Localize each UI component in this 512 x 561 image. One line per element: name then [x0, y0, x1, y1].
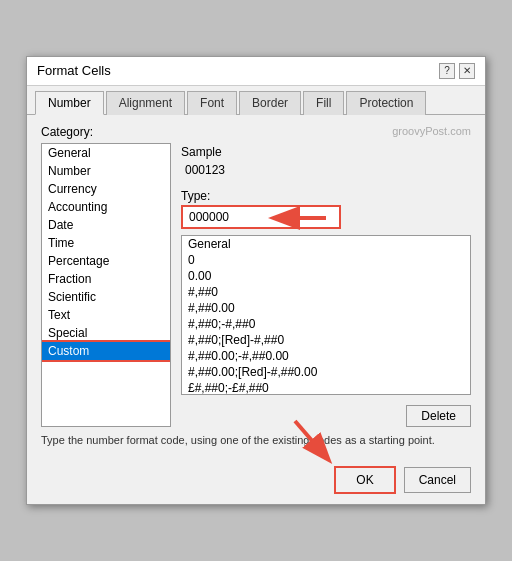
- format-item-0[interactable]: 0: [182, 252, 470, 268]
- tab-protection[interactable]: Protection: [346, 91, 426, 115]
- sample-section: Sample 000123: [181, 145, 471, 179]
- main-area: Category: General Number Currency Accoun…: [41, 125, 471, 427]
- format-item-hash0-red[interactable]: #,##0;[Red]-#,##0: [182, 332, 470, 348]
- category-item-scientific[interactable]: Scientific: [42, 288, 170, 306]
- category-item-percentage[interactable]: Percentage: [42, 252, 170, 270]
- watermark: groovyPost.com: [181, 125, 471, 137]
- format-item-general[interactable]: General: [182, 236, 470, 252]
- dialog-content: Category: General Number Currency Accoun…: [27, 115, 485, 458]
- category-item-custom[interactable]: Custom: [42, 342, 170, 360]
- svg-line-3: [295, 421, 327, 458]
- description: Type the number format code, using one o…: [41, 433, 471, 448]
- format-cells-dialog: Format Cells ? ✕ Number Alignment Font B…: [26, 56, 486, 505]
- format-item-0.00[interactable]: 0.00: [182, 268, 470, 284]
- arrow-ok-annotation: [265, 416, 345, 476]
- title-bar-controls: ? ✕: [439, 63, 475, 79]
- sample-value: 000123: [181, 161, 471, 179]
- format-item-hash0.00[interactable]: #,##0.00: [182, 300, 470, 316]
- category-item-number[interactable]: Number: [42, 162, 170, 180]
- close-button[interactable]: ✕: [459, 63, 475, 79]
- type-input[interactable]: [181, 205, 341, 229]
- help-button[interactable]: ?: [439, 63, 455, 79]
- format-list[interactable]: General 0 0.00 #,##0 #,##0.00 #,##0;-#,#…: [181, 235, 471, 395]
- format-item-gbp0[interactable]: £#,##0;-£#,##0: [182, 380, 470, 395]
- tab-number[interactable]: Number: [35, 91, 104, 115]
- category-item-special[interactable]: Special: [42, 324, 170, 342]
- category-item-time[interactable]: Time: [42, 234, 170, 252]
- tab-border[interactable]: Border: [239, 91, 301, 115]
- cancel-button[interactable]: Cancel: [404, 467, 471, 493]
- format-item-hash0[interactable]: #,##0: [182, 284, 470, 300]
- tab-bar: Number Alignment Font Border Fill Protec…: [27, 86, 485, 115]
- tab-font[interactable]: Font: [187, 91, 237, 115]
- category-item-currency[interactable]: Currency: [42, 180, 170, 198]
- category-item-date[interactable]: Date: [42, 216, 170, 234]
- format-item-hash0.00-neg[interactable]: #,##0.00;-#,##0.00: [182, 348, 470, 364]
- type-section: Type:: [181, 189, 471, 229]
- type-label: Type:: [181, 189, 471, 203]
- format-item-hash0-neg[interactable]: #,##0;-#,##0: [182, 316, 470, 332]
- tab-alignment[interactable]: Alignment: [106, 91, 185, 115]
- category-label: Category:: [41, 125, 171, 139]
- delete-button[interactable]: Delete: [406, 405, 471, 427]
- category-item-text[interactable]: Text: [42, 306, 170, 324]
- sample-label: Sample: [181, 145, 471, 159]
- title-bar: Format Cells ? ✕: [27, 57, 485, 86]
- category-item-accounting[interactable]: Accounting: [42, 198, 170, 216]
- button-row: OK Cancel: [27, 458, 485, 504]
- dialog-title: Format Cells: [37, 63, 111, 78]
- category-item-general[interactable]: General: [42, 144, 170, 162]
- category-panel: Category: General Number Currency Accoun…: [41, 125, 171, 427]
- right-panel: groovyPost.com Sample 000123 Type: Gener…: [181, 125, 471, 427]
- format-item-hash0.00-red[interactable]: #,##0.00;[Red]-#,##0.00: [182, 364, 470, 380]
- category-list[interactable]: General Number Currency Accounting Date …: [41, 143, 171, 427]
- category-item-fraction[interactable]: Fraction: [42, 270, 170, 288]
- tab-fill[interactable]: Fill: [303, 91, 344, 115]
